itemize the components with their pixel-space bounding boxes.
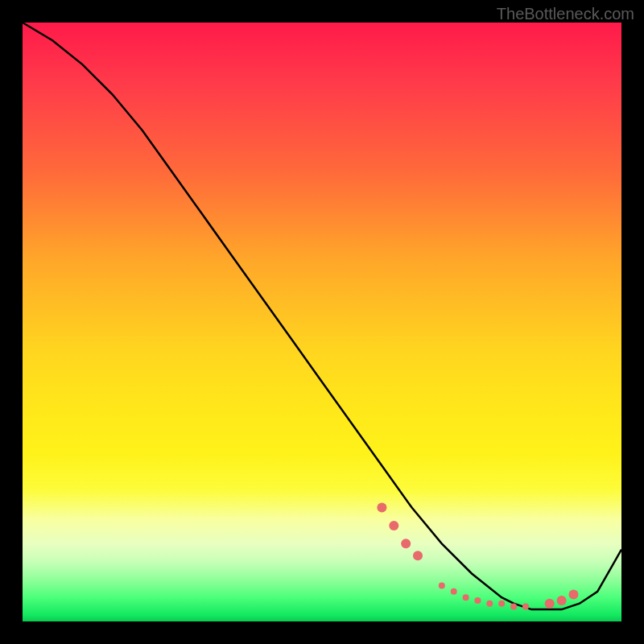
highlight-point	[413, 551, 423, 560]
highlight-point	[463, 594, 469, 601]
highlight-point	[545, 599, 555, 609]
highlight-point	[510, 603, 517, 609]
highlight-point	[522, 603, 529, 609]
highlight-point	[439, 582, 445, 588]
highlight-point	[569, 590, 579, 600]
highlight-point	[557, 596, 567, 605]
highlight-point	[498, 601, 505, 607]
chart-plot-area	[23, 23, 621, 621]
highlight-point	[474, 597, 481, 604]
chart-svg	[23, 23, 621, 621]
highlight-point	[389, 521, 398, 530]
highlight-point	[486, 601, 493, 607]
highlight-point	[451, 588, 457, 595]
bottleneck-curve	[23, 23, 621, 609]
highlight-point	[377, 503, 386, 513]
watermark-text: TheBottleneck.com	[497, 5, 634, 23]
highlight-point	[401, 539, 411, 548]
highlight-points	[377, 503, 578, 610]
